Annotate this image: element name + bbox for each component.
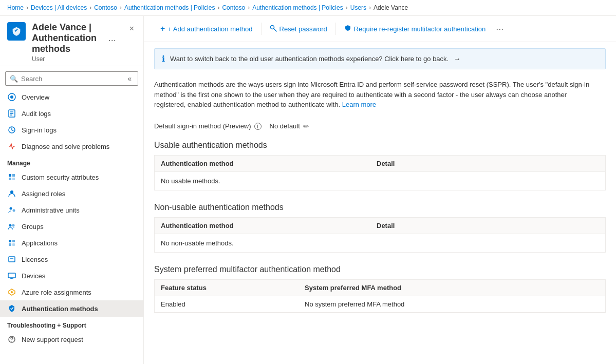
azure-roles-icon — [7, 288, 16, 297]
toolbar-separator-2 — [335, 23, 336, 35]
search-input[interactable] — [21, 75, 122, 83]
nonusable-col1-header: Authentication method — [161, 222, 377, 229]
default-signin-row: Default sign-in method (Preview) i No de… — [144, 118, 616, 139]
sidebar-item-assigned-roles[interactable]: Assigned roles — [0, 185, 143, 202]
learn-more-link[interactable]: Learn more — [342, 101, 376, 108]
search-icon: 🔍 — [10, 75, 18, 83]
shield-icon — [344, 25, 351, 33]
groups-icon — [7, 222, 16, 231]
reset-password-button[interactable]: Reset password — [264, 22, 333, 36]
nonusable-empty-row: No non-usable methods. — [155, 234, 605, 252]
sidebar-item-azure-roles[interactable]: Azure role assignments — [0, 284, 143, 300]
breadcrumb-users[interactable]: Users — [350, 4, 366, 11]
custom-security-icon — [7, 173, 16, 182]
svg-point-28 — [11, 341, 12, 342]
svg-rect-10 — [12, 178, 15, 180]
sidebar-item-support[interactable]: New support request — [0, 331, 143, 348]
info-banner-text: Want to switch back to the old user auth… — [170, 55, 449, 63]
page-subtitle: User — [32, 55, 136, 63]
svg-rect-19 — [12, 243, 15, 246]
svg-rect-16 — [9, 240, 11, 242]
diagnose-icon — [7, 142, 16, 151]
sidebar-item-custom-security[interactable]: Custom security attributes — [0, 169, 143, 185]
breadcrumb-auth-policies2[interactable]: Authentication methods | Policies — [252, 4, 343, 11]
usable-methods-header: Authentication method Detail — [155, 156, 605, 172]
auth-methods-icon — [7, 304, 16, 313]
default-signin-label-text: Default sign-in method (Preview) — [154, 122, 251, 130]
nonusable-methods-header: Authentication method Detail — [155, 218, 605, 234]
usable-col2-header: Detail — [377, 160, 599, 167]
svg-point-11 — [10, 190, 13, 194]
licenses-icon — [7, 255, 16, 264]
mfa-method: No system preferred MFA method — [305, 300, 599, 308]
nonusable-col2-header: Detail — [377, 222, 599, 229]
sidebar-item-devices-label: Devices — [22, 272, 45, 280]
admin-units-icon — [7, 205, 16, 215]
sidebar-logo — [7, 22, 26, 41]
default-signin-value-text: No default — [270, 122, 300, 130]
sidebar-item-audit-logs[interactable]: Audit logs — [0, 105, 143, 122]
sidebar-item-auth-methods[interactable]: Authentication methods — [0, 300, 143, 317]
mfa-status: Enabled — [161, 300, 305, 308]
sidebar-item-azure-roles-label: Azure role assignments — [22, 289, 91, 296]
breadcrumb-contoso2[interactable]: Contoso — [222, 4, 245, 11]
add-icon: + — [160, 24, 165, 33]
close-button[interactable]: × — [127, 22, 136, 35]
search-box[interactable]: 🔍 « — [5, 71, 138, 86]
info-banner-arrow: → — [454, 55, 460, 63]
description-block: Authentication methods are the ways user… — [144, 75, 606, 118]
breadcrumb-sep-6: › — [369, 4, 371, 11]
add-auth-method-label: + Add authentication method — [167, 25, 252, 33]
sidebar-item-custom-security-label: Custom security attributes — [22, 174, 99, 181]
devices-icon — [7, 271, 16, 280]
svg-point-12 — [10, 207, 12, 210]
sidebar-item-applications[interactable]: Applications — [0, 235, 143, 251]
more-options-btn[interactable]: ... — [105, 32, 119, 45]
collapse-sidebar-btn[interactable]: « — [125, 74, 134, 83]
signin-logs-icon — [7, 125, 16, 135]
breadcrumb-sep-1: › — [89, 4, 91, 11]
sidebar-item-signin-logs[interactable]: Sign-in logs — [0, 122, 143, 138]
toolbar-more-btn[interactable]: ··· — [492, 22, 508, 36]
sidebar-item-groups[interactable]: Groups — [0, 218, 143, 235]
support-icon — [7, 335, 16, 344]
reset-password-label: Reset password — [279, 25, 327, 33]
info-icon: ℹ — [162, 54, 165, 64]
sidebar-item-overview[interactable]: Overview — [0, 89, 143, 105]
sidebar-item-applications-label: Applications — [22, 239, 58, 247]
sidebar-item-assigned-roles-label: Assigned roles — [22, 190, 65, 198]
mfa-col2-header: System preferred MFA method — [305, 284, 599, 292]
svg-point-1 — [10, 95, 13, 99]
breadcrumb-sep-3: › — [217, 4, 219, 11]
breadcrumb-sep-4: › — [248, 4, 250, 11]
mfa-col1-header: Feature status — [161, 284, 305, 292]
sidebar-item-admin-units[interactable]: Administrative units — [0, 202, 143, 218]
breadcrumb: Home › Devices | All devices › Contoso ›… — [0, 0, 616, 16]
troubleshooting-section-label: Troubleshooting + Support — [0, 317, 143, 331]
default-signin-edit-icon[interactable]: ✏ — [303, 122, 309, 130]
assigned-roles-icon — [7, 189, 16, 198]
sidebar-item-auth-methods-label: Authentication methods — [22, 305, 98, 313]
toolbar-separator-1 — [261, 23, 262, 35]
svg-point-26 — [11, 291, 13, 293]
sidebar-item-audit-logs-label: Audit logs — [22, 110, 51, 118]
sidebar-item-admin-units-label: Administrative units — [22, 206, 80, 214]
breadcrumb-contoso1[interactable]: Contoso — [94, 4, 117, 11]
breadcrumb-home[interactable]: Home — [7, 4, 24, 11]
audit-logs-icon — [7, 109, 16, 118]
mfa-data-row: Enabled No system preferred MFA method — [155, 296, 605, 313]
svg-line-30 — [273, 28, 276, 31]
mfa-header: Feature status System preferred MFA meth… — [155, 280, 605, 296]
svg-point-15 — [12, 224, 15, 227]
require-reregister-button[interactable]: Require re-register multifactor authenti… — [338, 22, 492, 36]
breadcrumb-devices[interactable]: Devices | All devices — [31, 4, 87, 11]
nonusable-methods-table: Authentication method Detail No non-usab… — [154, 217, 606, 253]
sidebar-item-devices[interactable]: Devices — [0, 267, 143, 284]
breadcrumb-sep-0: › — [26, 4, 28, 11]
toolbar: + + Add authentication method Reset pass… — [144, 16, 616, 42]
breadcrumb-auth-policies1[interactable]: Authentication methods | Policies — [124, 4, 215, 11]
sidebar-item-licenses[interactable]: Licenses — [0, 251, 143, 267]
sidebar-item-diagnose[interactable]: Diagnose and solve problems — [0, 138, 143, 155]
add-auth-method-button[interactable]: + + Add authentication method — [154, 21, 259, 36]
sidebar-item-support-label: New support request — [22, 336, 83, 343]
